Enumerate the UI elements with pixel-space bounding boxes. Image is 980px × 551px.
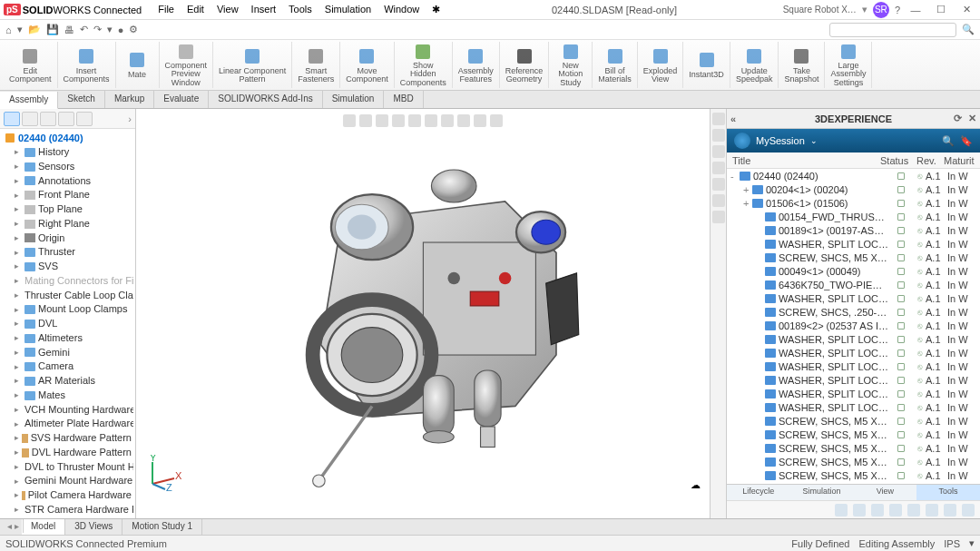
- undo-icon[interactable]: ↶: [80, 24, 88, 35]
- options-icon[interactable]: ⚙: [129, 24, 138, 35]
- expand-icon[interactable]: ▸: [15, 204, 22, 214]
- edit-appearance-icon[interactable]: [457, 114, 470, 127]
- display-tab[interactable]: [76, 112, 93, 126]
- tree-item[interactable]: ▸History: [2, 145, 133, 160]
- ribbon-assembly[interactable]: Assembly Features: [453, 42, 500, 88]
- feature-tree-tab[interactable]: [4, 112, 20, 126]
- configuration-tab[interactable]: [40, 112, 56, 126]
- tree-item[interactable]: ▸Thruster Cable Loop Clamp: [2, 289, 133, 303]
- grid-row[interactable]: SCREW, SHCS, M5 X 0.8 MM TH…⎋A.1In W: [727, 251, 980, 264]
- task-appearance-icon[interactable]: [712, 194, 725, 207]
- display-style-icon[interactable]: [425, 114, 437, 127]
- grid-row[interactable]: 00189<2> (02537 AS INSTALLED)⎋A.1In W: [727, 319, 980, 332]
- apply-scene-icon[interactable]: [474, 114, 486, 127]
- tree-item[interactable]: ▸DVL Hardware Pattern: [2, 446, 133, 460]
- maximize-button[interactable]: ☐: [931, 2, 951, 18]
- task-library-icon[interactable]: [712, 145, 725, 158]
- rp-tab-lifecycle[interactable]: Lifecycle: [727, 485, 790, 500]
- expand-icon[interactable]: ▸: [15, 305, 22, 315]
- tab-sketch[interactable]: Sketch: [58, 91, 105, 108]
- expand-icon[interactable]: ▸: [15, 448, 19, 458]
- expand-icon[interactable]: ▸: [15, 319, 22, 329]
- home-icon[interactable]: ⌂: [5, 25, 12, 35]
- tree-item[interactable]: ▸Camera: [2, 359, 133, 374]
- grid-row[interactable]: 00154_FWD_THRUSTER<1> (00…⎋A.1In W: [727, 210, 980, 223]
- property-manager-tab[interactable]: [22, 112, 38, 126]
- tree-item[interactable]: ▸Mount Loop Clamps: [2, 302, 133, 317]
- cloud-status-icon[interactable]: ☁: [691, 479, 701, 491]
- ribbon-component[interactable]: Component Preview Window: [160, 42, 214, 88]
- session-dropdown-icon[interactable]: ⌄: [810, 136, 818, 145]
- expand-icon[interactable]: ▸: [15, 233, 22, 243]
- expand-icon[interactable]: ▸: [15, 248, 22, 258]
- grid-row[interactable]: WASHER, SPLIT LOCK, .250 NO…⎋A.1In W: [727, 291, 980, 305]
- help-icon[interactable]: ?: [895, 5, 900, 15]
- task-view-icon[interactable]: [712, 178, 725, 191]
- expand-icon[interactable]: ▸: [15, 191, 22, 201]
- grid-row[interactable]: SCREW, SHCS, M5 X 0.8 MM TH…⎋A.1In W: [727, 428, 980, 441]
- row-expand-icon[interactable]: +: [743, 198, 752, 209]
- rp-tool-5-icon[interactable]: [907, 504, 920, 517]
- expand-icon[interactable]: ▸: [15, 219, 22, 229]
- tree-item[interactable]: ▸Gemini: [2, 346, 133, 360]
- tree-item[interactable]: ▸Mates: [2, 389, 133, 403]
- view-settings-icon[interactable]: [490, 114, 503, 127]
- rp-tool-help-icon[interactable]: [962, 504, 975, 517]
- dimxpert-tab[interactable]: [58, 112, 74, 126]
- ribbon-linear-component[interactable]: Linear Component Pattern: [213, 42, 292, 88]
- expand-icon[interactable]: ▸: [15, 477, 19, 487]
- view-orientation-icon[interactable]: [408, 114, 421, 127]
- expand-icon[interactable]: ▸: [15, 333, 22, 343]
- row-expand-icon[interactable]: +: [743, 184, 752, 195]
- grid-row[interactable]: WASHER, SPLIT LOCK, M5 SCR…⎋A.1In W: [727, 359, 980, 373]
- new-icon[interactable]: ▾: [17, 24, 23, 35]
- graphics-viewport[interactable]: X Y Z ☁: [136, 109, 710, 518]
- ribbon-smart[interactable]: Smart Fasteners: [292, 42, 340, 88]
- tree-root-node[interactable]: 02440 (02440): [2, 131, 133, 145]
- tab-evaluate[interactable]: Evaluate: [154, 91, 209, 108]
- grid-row[interactable]: 00189<1> (00197-AS_INSTALLED)⎋A.1In W: [727, 223, 980, 237]
- expand-icon[interactable]: ▸: [15, 290, 19, 300]
- tree-item[interactable]: ▸AR Materials: [2, 374, 133, 389]
- tree-item[interactable]: ▸Right Plane: [2, 217, 133, 231]
- feature-tree[interactable]: 02440 (02440) ▸History▸Sensors▸Annotatio…: [0, 129, 135, 518]
- bottom-tab-3d-views[interactable]: 3D Views: [65, 519, 122, 535]
- ribbon-bill-of[interactable]: Bill of Materials: [593, 42, 638, 88]
- menu-simulation[interactable]: Simulation: [319, 2, 377, 17]
- rp-tab-tools[interactable]: Tools: [916, 485, 980, 500]
- ribbon-exploded[interactable]: Exploded View: [638, 42, 684, 88]
- ribbon-new[interactable]: New Motion Study: [549, 42, 593, 88]
- expand-icon[interactable]: ▸: [15, 261, 22, 271]
- expand-icon[interactable]: ▸: [15, 376, 22, 386]
- menu-✱[interactable]: ✱: [426, 2, 446, 17]
- ribbon-edit[interactable]: Edit Component: [4, 42, 58, 88]
- grid-row[interactable]: SCREW, SHCS, M5 X 0.8 MM TH…⎋A.1In W: [727, 455, 980, 468]
- section-view-icon[interactable]: [392, 114, 405, 127]
- compass-icon[interactable]: [734, 133, 750, 149]
- grid-row[interactable]: +00204<1> (00204)⎋A.1In W: [727, 182, 980, 196]
- ribbon-instant3d[interactable]: Instant3D: [683, 42, 730, 88]
- ribbon-large[interactable]: Large Assembly Settings: [825, 42, 872, 88]
- tree-item[interactable]: ▸VCH Mounting Hardware: [2, 403, 133, 418]
- rebuild-icon[interactable]: ●: [118, 25, 124, 35]
- menu-view[interactable]: View: [211, 2, 244, 17]
- menu-edit[interactable]: Edit: [181, 2, 210, 17]
- tree-item[interactable]: ▸Altimeters: [2, 331, 133, 346]
- expand-icon[interactable]: ▸: [15, 147, 22, 157]
- bottom-tab-motion-study-1[interactable]: Motion Study 1: [122, 519, 202, 535]
- panel-collapse-icon[interactable]: «: [730, 113, 736, 124]
- tab-nav-icon[interactable]: ◂ ▸: [4, 519, 24, 533]
- command-search[interactable]: [829, 23, 956, 37]
- menu-file[interactable]: File: [152, 2, 180, 17]
- tab-simulation[interactable]: Simulation: [323, 91, 385, 108]
- expand-icon[interactable]: ▸: [15, 390, 22, 400]
- expand-icon[interactable]: ▸: [15, 462, 19, 472]
- tree-item[interactable]: ▸Thruster: [2, 245, 133, 260]
- session-bar[interactable]: MySession ⌄ 🔍 🔖: [727, 129, 980, 153]
- ribbon-reference[interactable]: Reference Geometry: [500, 42, 550, 88]
- dropdown-icon[interactable]: ▾: [862, 4, 867, 15]
- grid-row[interactable]: SCREW, SHCS, M5 X 0.8 MM TH…⎋A.1In W: [727, 441, 980, 455]
- zoom-fit-icon[interactable]: [343, 114, 356, 127]
- ribbon-insert[interactable]: Insert Components: [58, 42, 116, 88]
- rp-tool-4-icon[interactable]: [889, 504, 902, 517]
